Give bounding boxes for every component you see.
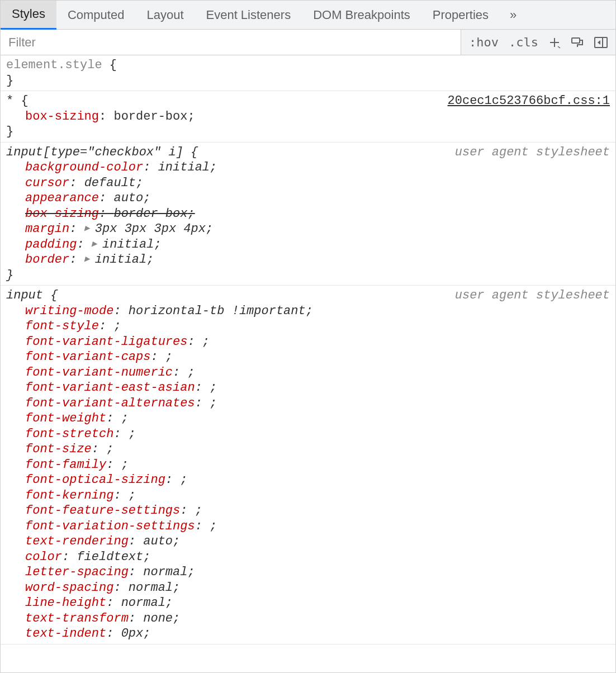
css-property[interactable]: font-optical-sizing	[25, 473, 165, 487]
css-property[interactable]: word-spacing	[25, 581, 113, 595]
declaration[interactable]: text-rendering: auto;	[25, 534, 610, 549]
css-property[interactable]: font-weight	[25, 411, 106, 425]
css-property[interactable]: font-size	[25, 442, 92, 456]
css-value[interactable]: auto	[113, 191, 143, 205]
css-property[interactable]: font-variant-caps	[25, 350, 150, 364]
rule-source-link[interactable]: 20cec1c523766bcf.css:1	[448, 93, 610, 109]
declaration[interactable]: font-kerning: ;	[25, 488, 610, 504]
rule-selector[interactable]: input[type="checkbox" i]	[6, 145, 183, 159]
declaration[interactable]: font-feature-settings: ;	[25, 503, 610, 519]
css-value[interactable]: normal	[121, 596, 165, 610]
css-property[interactable]: font-variant-numeric	[25, 366, 173, 380]
expand-shorthand-icon[interactable]: ▶	[84, 254, 95, 265]
css-property[interactable]: font-kerning	[25, 489, 113, 503]
declaration[interactable]: font-variation-settings: ;	[25, 519, 610, 534]
css-value[interactable]: fieldtext	[77, 550, 143, 564]
rule-selector[interactable]: input	[6, 288, 43, 302]
css-property[interactable]: font-stretch	[25, 427, 113, 441]
declaration[interactable]: text-transform: none;	[25, 611, 610, 627]
css-value[interactable]: initial	[158, 160, 210, 174]
declaration[interactable]: font-variant-alternates: ;	[25, 396, 610, 411]
css-property[interactable]: line-height	[25, 596, 106, 610]
declaration[interactable]: margin: ▶ 3px 3px 3px 4px;	[25, 221, 610, 237]
css-property[interactable]: color	[25, 550, 62, 564]
css-value[interactable]: normal	[129, 581, 173, 595]
declaration[interactable]: writing-mode: horizontal-tb !important;	[25, 304, 610, 319]
declaration[interactable]: font-stretch: ;	[25, 426, 610, 442]
toggle-classes-button[interactable]: .cls	[509, 35, 538, 49]
style-rule[interactable]: * {20cec1c523766bcf.css:1box-sizing: bor…	[1, 91, 615, 143]
tab-dom-breakpoints[interactable]: DOM Breakpoints	[302, 1, 421, 30]
css-value[interactable]: horizontal-tb !important	[129, 304, 306, 318]
declaration[interactable]: font-style: ;	[25, 319, 610, 334]
declaration[interactable]: font-variant-caps: ;	[25, 349, 610, 365]
css-property[interactable]: font-variation-settings	[25, 519, 195, 533]
css-property[interactable]: font-variant-ligatures	[25, 335, 187, 349]
declaration[interactable]: color: fieldtext;	[25, 549, 610, 565]
filter-input[interactable]	[1, 30, 461, 55]
css-property[interactable]: box-sizing	[25, 110, 99, 124]
tab-layout[interactable]: Layout	[135, 1, 195, 30]
declaration[interactable]: padding: ▶ initial;	[25, 237, 610, 253]
declaration[interactable]: font-variant-numeric: ;	[25, 365, 610, 381]
toggle-computed-sidebar-button[interactable]	[594, 37, 608, 48]
css-value[interactable]: border-box	[113, 110, 187, 124]
new-style-rule-button[interactable]	[548, 36, 561, 49]
css-property[interactable]: letter-spacing	[25, 565, 129, 579]
css-property[interactable]: box-sizing	[25, 207, 99, 221]
css-property[interactable]: background-color	[25, 160, 143, 174]
css-property[interactable]: text-transform	[25, 612, 129, 625]
declaration[interactable]: font-variant-east-asian: ;	[25, 380, 610, 396]
css-property[interactable]: cursor	[25, 176, 69, 190]
expand-shorthand-icon[interactable]: ▶	[84, 223, 95, 234]
declaration[interactable]: font-variant-ligatures: ;	[25, 334, 610, 350]
style-rule[interactable]: input {user agent stylesheetwriting-mode…	[1, 286, 615, 644]
css-value[interactable]: border-box	[113, 207, 187, 221]
css-value[interactable]: 3px 3px 3px 4px	[95, 222, 206, 236]
css-property[interactable]: border	[25, 253, 69, 267]
css-value[interactable]: normal	[143, 565, 187, 579]
css-property[interactable]: font-style	[25, 319, 99, 333]
style-rule[interactable]: input[type="checkbox" i] {user agent sty…	[1, 143, 615, 286]
declaration[interactable]: text-indent: 0px;	[25, 626, 610, 642]
css-property[interactable]: text-rendering	[25, 534, 129, 548]
declaration[interactable]: font-optical-sizing: ;	[25, 472, 610, 488]
declaration[interactable]: box-sizing: border-box;	[25, 109, 610, 125]
declaration[interactable]: border: ▶ initial;	[25, 252, 610, 268]
declaration[interactable]: letter-spacing: normal;	[25, 565, 610, 580]
rule-selector[interactable]: *	[6, 94, 13, 108]
declaration[interactable]: font-size: ;	[25, 442, 610, 457]
declaration[interactable]: font-family: ;	[25, 457, 610, 473]
declaration[interactable]: box-sizing: border-box;	[25, 206, 610, 222]
declaration[interactable]: cursor: default;	[25, 176, 610, 191]
tab-event-listeners[interactable]: Event Listeners	[195, 1, 302, 30]
css-property[interactable]: text-indent	[25, 627, 106, 641]
toggle-rendering-button[interactable]	[571, 37, 584, 48]
tab-styles[interactable]: Styles	[1, 1, 56, 30]
declaration[interactable]: background-color: initial;	[25, 160, 610, 176]
tab-computed[interactable]: Computed	[56, 1, 136, 30]
tabs-overflow-button[interactable]: »	[500, 8, 527, 22]
declaration[interactable]: line-height: normal;	[25, 595, 610, 611]
css-value[interactable]: auto	[143, 534, 173, 548]
css-value[interactable]: 0px	[121, 627, 144, 641]
css-property[interactable]: margin	[25, 222, 69, 236]
declaration[interactable]: appearance: auto;	[25, 191, 610, 206]
css-value[interactable]: default	[84, 176, 136, 190]
expand-shorthand-icon[interactable]: ▶	[92, 239, 102, 250]
css-property[interactable]: font-feature-settings	[25, 504, 180, 518]
css-property[interactable]: font-variant-alternates	[25, 396, 195, 410]
css-value[interactable]: initial	[95, 253, 146, 267]
css-property[interactable]: font-variant-east-asian	[25, 381, 195, 395]
css-property[interactable]: font-family	[25, 458, 106, 472]
css-property[interactable]: appearance	[25, 191, 99, 205]
tab-properties[interactable]: Properties	[421, 1, 500, 30]
toggle-hover-states-button[interactable]: :hov	[469, 35, 499, 49]
declaration[interactable]: word-spacing: normal;	[25, 580, 610, 596]
declaration[interactable]: font-weight: ;	[25, 411, 610, 426]
css-property[interactable]: writing-mode	[25, 304, 113, 318]
css-property[interactable]: padding	[25, 238, 77, 252]
css-value[interactable]: none	[143, 612, 173, 625]
rule-selector[interactable]: element.style	[6, 58, 102, 72]
style-rule[interactable]: element.style {}	[1, 55, 615, 91]
